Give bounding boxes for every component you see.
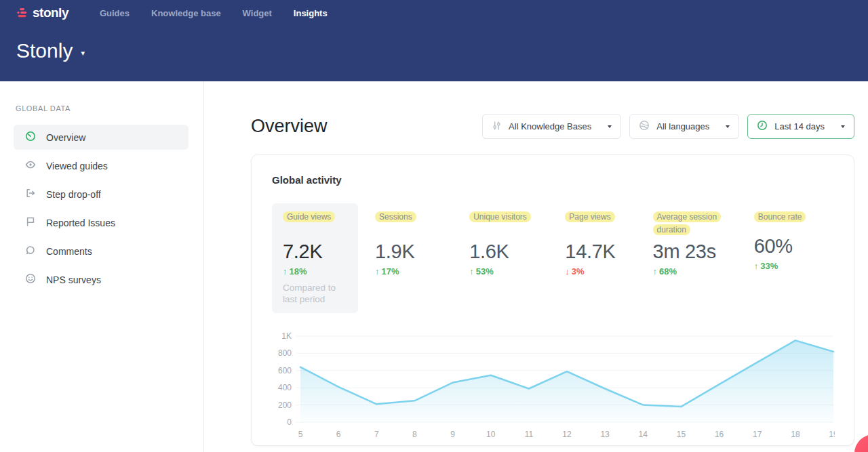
dropdown-label: All Knowledge Bases	[509, 121, 591, 131]
sidebar-item-label: Comments	[46, 246, 92, 257]
svg-text:18: 18	[791, 430, 800, 439]
sidebar-section-title: GLOBAL DATA	[16, 104, 203, 112]
svg-text:11: 11	[525, 430, 534, 439]
svg-text:200: 200	[278, 400, 292, 410]
metric-note: Compared to last period	[283, 282, 349, 305]
svg-text:6: 6	[336, 430, 341, 439]
svg-text:14: 14	[639, 430, 648, 439]
sidebar: GLOBAL DATA Overview Viewed guides	[0, 81, 204, 452]
flag-icon	[25, 216, 36, 229]
svg-text:8: 8	[412, 430, 417, 439]
comment-icon	[25, 245, 36, 258]
svg-text:400: 400	[278, 383, 292, 392]
metric-guide-views[interactable]: Guide views 7.2K 18% Compared to last pe…	[272, 203, 358, 313]
globe-icon	[639, 120, 650, 133]
logo-text: stonly	[33, 5, 68, 20]
metric-value: 60%	[754, 235, 833, 258]
svg-text:15: 15	[677, 430, 686, 439]
svg-text:10: 10	[486, 430, 496, 439]
sidebar-item-label: NPS surveys	[46, 274, 101, 285]
sidebar-item-viewed-guides[interactable]: Viewed guides	[14, 153, 189, 178]
eye-icon	[25, 159, 36, 172]
metric-change: 68%	[653, 266, 754, 276]
chevron-down-icon	[841, 125, 845, 128]
sidebar-item-nps-surveys[interactable]: NPS surveys	[14, 267, 189, 292]
svg-text:600: 600	[278, 366, 292, 375]
up-arrow-icon	[653, 266, 658, 276]
step-dropoff-icon	[25, 188, 36, 201]
sidebar-item-step-drop-off[interactable]: Step drop-off	[14, 182, 189, 207]
metric-label: Sessions	[375, 211, 416, 222]
nav-widget[interactable]: Widget	[232, 8, 283, 18]
stonly-logo[interactable]: stonly	[16, 5, 68, 20]
up-arrow-icon	[283, 266, 288, 276]
metric-label: Page views	[565, 211, 614, 222]
metric-unique-visitors[interactable]: Unique visitors 1.6K 53%	[469, 203, 565, 313]
sidebar-item-label: Reported Issues	[46, 218, 115, 228]
page-title: Overview	[251, 116, 328, 137]
metric-sessions[interactable]: Sessions 1.9K 17%	[375, 203, 469, 313]
up-arrow-icon	[469, 266, 474, 276]
metric-average-session-duration[interactable]: Average session duration 3m 23s 68%	[653, 203, 754, 313]
chevron-down-icon: ▾	[81, 49, 85, 58]
metric-change: 33%	[754, 261, 833, 271]
global-activity-card: Global activity Guide views 7.2K 18% Com…	[251, 155, 854, 446]
up-arrow-icon	[375, 266, 380, 276]
metric-label: Average session duration	[653, 211, 722, 235]
metric-bounce-rate[interactable]: Bounce rate 60% 33%	[754, 203, 833, 313]
metric-change: 17%	[375, 266, 469, 276]
svg-text:17: 17	[753, 430, 762, 439]
top-navbar: stonly Guides Knowledge base Widget Insi…	[0, 0, 868, 26]
smiley-icon	[25, 273, 36, 286]
svg-text:1K: 1K	[281, 331, 292, 341]
metric-value: 1.6K	[469, 241, 565, 263]
metric-change: 53%	[469, 266, 565, 276]
nav-insights[interactable]: Insights	[283, 8, 338, 18]
sidebar-item-reported-issues[interactable]: Reported Issues	[14, 210, 189, 235]
languages-dropdown[interactable]: All languages	[629, 114, 739, 139]
gauge-icon	[25, 131, 36, 144]
chevron-down-icon	[608, 125, 612, 128]
main-content: Overview All Knowledge Bases	[204, 81, 868, 452]
sidebar-item-label: Viewed guides	[46, 161, 108, 171]
metric-value: 1.9K	[375, 241, 469, 263]
svg-text:19: 19	[829, 430, 835, 439]
svg-text:5: 5	[298, 430, 303, 439]
workspace-title: Stonly	[16, 39, 73, 62]
metric-page-views[interactable]: Page views 14.7K 3%	[565, 203, 652, 313]
workspace-selector[interactable]: Stonly ▾	[16, 39, 85, 62]
knowledge-bases-dropdown[interactable]: All Knowledge Bases	[482, 114, 621, 139]
dropdown-label: All languages	[656, 121, 709, 131]
metric-change: 18%	[283, 266, 347, 276]
filter-bar: All Knowledge Bases All languages	[482, 114, 854, 139]
workspace-band: Stonly ▾	[0, 26, 868, 81]
svg-text:800: 800	[278, 348, 292, 358]
metric-value: 3m 23s	[653, 241, 754, 263]
nav-guides[interactable]: Guides	[89, 8, 140, 18]
stonly-logo-icon	[16, 7, 28, 19]
nav-knowledge-base[interactable]: Knowledge base	[140, 8, 232, 18]
metric-change: 3%	[565, 266, 652, 276]
svg-text:0: 0	[287, 417, 292, 427]
clock-icon	[757, 120, 768, 133]
sidebar-item-label: Overview	[46, 132, 85, 143]
area-chart-svg: 02004006008001K5678910111213141516171819	[272, 328, 835, 445]
svg-text:12: 12	[562, 430, 572, 439]
sidebar-item-overview[interactable]: Overview	[14, 125, 189, 150]
metric-label: Guide views	[283, 211, 335, 222]
metric-label: Unique visitors	[469, 211, 531, 222]
date-range-dropdown[interactable]: Last 14 days	[747, 114, 854, 139]
metrics-row: Guide views 7.2K 18% Compared to last pe…	[272, 203, 833, 313]
metric-value: 14.7K	[565, 241, 652, 263]
up-arrow-icon	[754, 261, 759, 271]
down-arrow-icon	[565, 266, 570, 276]
card-title: Global activity	[272, 174, 833, 186]
chevron-down-icon	[726, 125, 730, 128]
top-nav: Guides Knowledge base Widget Insights	[89, 8, 338, 18]
metric-value: 7.2K	[283, 241, 347, 263]
sidebar-item-comments[interactable]: Comments	[14, 239, 189, 264]
sliders-icon	[492, 121, 502, 133]
dropdown-label: Last 14 days	[774, 121, 825, 131]
svg-text:16: 16	[715, 430, 724, 439]
activity-chart: 02004006008001K5678910111213141516171819	[272, 328, 833, 447]
